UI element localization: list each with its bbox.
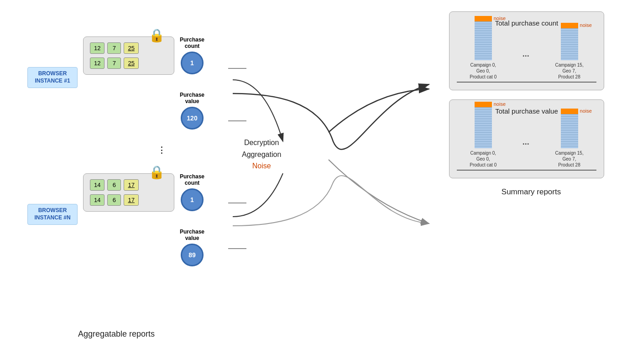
purchase-value-1: Purchasevalue 120 <box>180 92 204 130</box>
purchase-count-1: Purchasecount 1 <box>180 36 204 74</box>
browser-instance-2-label: BROWSER INSTANCE #N <box>27 204 78 224</box>
cell-2-2-2: 6 <box>107 194 121 206</box>
chart1-dots: ... <box>522 49 529 63</box>
instance1-block: BROWSER INSTANCE #1 🔒 12 7 25 12 7 <box>27 27 204 130</box>
chart1-bar1: noise Campaign 0, Geo 0, Product cat 0 <box>470 16 496 80</box>
purchase-count-label-2: Purchasecount <box>180 173 204 187</box>
cell-2-1-2: 6 <box>107 179 121 191</box>
chart1-bar2-noise <box>561 23 578 28</box>
purchase-group-2: Purchasecount 1 Purchasevalue 89 <box>180 173 204 266</box>
chart1-bar1-main <box>475 21 492 60</box>
report-card-2: 🔒 14 6 17 14 6 17 <box>83 173 174 212</box>
cell-2-1-3: 17 <box>124 179 138 191</box>
purchase-count-2: Purchasecount 1 <box>180 173 204 211</box>
cell-1-2-1: 12 <box>90 57 104 69</box>
middle-section: Decryption Aggregation Noise <box>242 137 281 172</box>
purchase-count-label-1: Purchasecount <box>180 36 204 50</box>
cell-1-1-3: 25 <box>124 42 138 54</box>
chart2-bar1-stack: noise <box>475 102 492 148</box>
chart2-area: noise Campaign 0, Geo 0, Product cat 0 .… <box>457 120 596 171</box>
summary-reports-label: Summary reports <box>449 187 613 197</box>
chart2-bar1-label: Campaign 0, Geo 0, Product cat 0 <box>470 150 496 168</box>
chart2-bar2: noise Campaign 15, Geo 7, Product 28 <box>555 109 583 168</box>
chart2-noise-text-2: noise <box>580 108 592 114</box>
noise-label: Noise <box>242 160 281 172</box>
chart2-bar1-main <box>475 107 492 148</box>
report-row-1-1: 12 7 25 <box>90 42 167 54</box>
cell-1-1-2: 7 <box>107 42 121 54</box>
purchase-count-circle-2: 1 <box>181 188 204 211</box>
chart1-area: noise Campaign 0, Geo 0, Product cat 0 .… <box>457 32 596 83</box>
report-row-1-2: 12 7 25 <box>90 57 167 69</box>
chart1-noise-text-2: noise <box>580 22 592 28</box>
chart1-bar1-label: Campaign 0, Geo 0, Product cat 0 <box>470 62 496 80</box>
chart2-noise-text-1: noise <box>494 101 506 107</box>
purchase-value-circle-2: 89 <box>181 244 204 266</box>
aggregatable-reports-label: Aggregatable reports <box>46 329 187 339</box>
purchase-value-circle-1: 120 <box>181 107 204 130</box>
report-row-2-2: 14 6 17 <box>90 194 167 206</box>
cell-1-2-3: 25 <box>124 57 138 69</box>
right-section: Total purchase count noise Campaign 0, G… <box>449 11 613 197</box>
chart1-bar2: noise Campaign 15, Geo 7, Product 28 <box>555 23 583 80</box>
dots-separator: ⋮ <box>157 141 166 159</box>
chart1-bar2-label: Campaign 15, Geo 7, Product 28 <box>555 62 583 80</box>
chart2-bar2-main <box>561 114 578 148</box>
lock-icon-1: 🔒 <box>149 28 165 43</box>
purchase-count-circle-1: 1 <box>181 52 204 74</box>
chart2-bar1-noise <box>475 102 492 107</box>
chart1-bar2-main <box>561 28 578 60</box>
aggregation-label: Aggregation <box>242 149 281 161</box>
chart1-bar1-stack: noise <box>475 16 492 60</box>
chart2-bar1: noise Campaign 0, Geo 0, Product cat 0 <box>470 102 496 168</box>
browser-instance-1-label: BROWSER INSTANCE #1 <box>27 67 78 88</box>
main-container: BROWSER INSTANCE #1 🔒 12 7 25 12 7 <box>0 0 627 364</box>
purchase-value-label-2: Purchasevalue <box>180 229 204 242</box>
report-row-2-1: 14 6 17 <box>90 179 167 191</box>
chart1-noise-text-1: noise <box>494 16 506 21</box>
report-card-1: 🔒 12 7 25 12 7 25 <box>83 36 174 75</box>
cell-2-1-1: 14 <box>90 179 104 191</box>
lock-icon-2: 🔒 <box>149 165 165 180</box>
summary-card-1: Total purchase count noise Campaign 0, G… <box>449 11 604 90</box>
cell-2-2-1: 14 <box>90 194 104 206</box>
chart2-bar2-label: Campaign 15, Geo 7, Product 28 <box>555 150 583 168</box>
chart2-bar2-stack: noise <box>561 109 578 148</box>
chart1-bar2-stack: noise <box>561 23 578 60</box>
purchase-group-1: Purchasecount 1 Purchasevalue 120 <box>180 36 204 130</box>
instance2-block: BROWSER INSTANCE #N 🔒 14 6 17 14 6 <box>27 164 204 266</box>
chart1-bar1-noise <box>475 16 492 21</box>
chart2-dots: ... <box>522 137 529 151</box>
purchase-value-2: Purchasevalue 89 <box>180 229 204 266</box>
chart2-bar2-noise <box>561 109 578 114</box>
cell-1-1-1: 12 <box>90 42 104 54</box>
cell-2-2-3: 17 <box>124 194 138 206</box>
decryption-label: Decryption <box>242 137 281 149</box>
cell-1-2-2: 7 <box>107 57 121 69</box>
purchase-value-label-1: Purchasevalue <box>180 92 204 105</box>
summary-card-2: Total purchase value noise Campaign 0, G… <box>449 99 604 178</box>
